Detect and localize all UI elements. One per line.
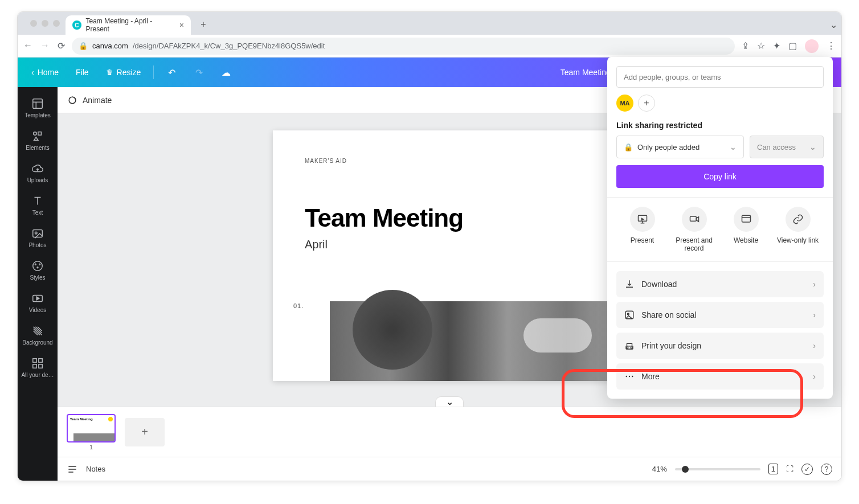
share-list-social[interactable]: Share on social› <box>616 302 824 328</box>
extensions-icon[interactable]: ✦ <box>773 40 780 51</box>
svg-point-1 <box>34 132 36 136</box>
add-page-button[interactable]: + <box>125 418 165 446</box>
chevron-down-icon: ⌄ <box>730 142 737 151</box>
profile-avatar-icon[interactable] <box>805 39 819 53</box>
add-member-icon[interactable]: + <box>638 95 655 112</box>
record-icon <box>689 214 700 225</box>
left-sidebar: Templates Elements Uploads Text Photos S… <box>18 87 58 481</box>
notes-icon <box>67 464 78 475</box>
website-icon <box>741 214 752 225</box>
share-list-label: More <box>641 372 660 381</box>
download-icon <box>624 279 635 289</box>
presentation-icon <box>637 214 648 225</box>
new-tab-button[interactable]: + <box>195 17 211 32</box>
minimize-window-icon[interactable] <box>42 20 48 27</box>
copy-link-button[interactable]: Copy link <box>616 165 824 188</box>
star-icon[interactable]: ☆ <box>757 40 765 51</box>
home-button[interactable]: ‹Home <box>27 64 63 80</box>
reload-icon[interactable]: ⟳ <box>58 40 65 51</box>
svg-rect-7 <box>33 359 36 362</box>
url-path: /design/DAFAkZPK4_k/Cw_3g_PQE9ENbz4l8GQS… <box>133 42 325 50</box>
fullscreen-icon[interactable]: ⛶ <box>786 465 793 473</box>
sidebar-item-label: Styles <box>30 274 45 281</box>
help-icon[interactable]: ? <box>821 464 832 475</box>
share-action-present[interactable]: Present <box>620 207 665 252</box>
social-icon <box>624 310 635 320</box>
sidebar-item-videos[interactable]: Videos <box>18 286 58 319</box>
sidebar-item-templates[interactable]: Templates <box>18 92 58 124</box>
sidebar-item-uploads[interactable]: Uploads <box>18 157 58 189</box>
share-list-download[interactable]: Download› <box>616 271 824 297</box>
browser-tab[interactable]: C Team Meeting - April - Present × <box>66 15 191 35</box>
svg-rect-0 <box>33 99 43 109</box>
svg-rect-2 <box>38 132 42 136</box>
resize-button[interactable]: ♛Resize <box>101 64 146 80</box>
check-icon[interactable]: ✓ <box>801 464 813 475</box>
kebab-menu-icon[interactable]: ⋮ <box>827 40 836 51</box>
url-box[interactable]: 🔒 canva.com/design/DAFAkZPK4_k/Cw_3g_PQE… <box>72 38 735 55</box>
sidebar-item-label: All your de… <box>21 372 54 378</box>
back-icon[interactable]: ← <box>23 40 32 51</box>
sidebar-item-background[interactable]: Background <box>18 319 58 351</box>
sidebar-item-elements[interactable]: Elements <box>18 124 58 157</box>
resize-label: Resize <box>117 68 141 77</box>
file-menu[interactable]: File <box>71 64 93 80</box>
share-page-icon[interactable]: ⇪ <box>742 40 749 51</box>
svg-point-21 <box>629 376 630 377</box>
url-host: canva.com <box>92 42 128 50</box>
svg-point-19 <box>631 347 632 349</box>
zoom-value: 41% <box>652 465 667 473</box>
share-action-label: Website <box>734 236 758 244</box>
zoom-slider[interactable] <box>675 468 760 470</box>
member-avatar[interactable]: MA <box>616 95 633 112</box>
share-action-website[interactable]: Website <box>723 207 769 252</box>
chevron-down-icon: ⌄ <box>446 396 453 407</box>
collapse-strip-button[interactable]: ⌄ <box>435 396 464 407</box>
slide-subtitle[interactable]: April <box>305 238 594 251</box>
chevron-right-icon: › <box>813 310 816 319</box>
share-action-grid: Present Present and record Website View-… <box>616 207 824 252</box>
sidebar-item-photos[interactable]: Photos <box>18 222 58 254</box>
sidebar-item-all-designs[interactable]: All your de… <box>18 351 58 384</box>
share-action-view-link[interactable]: View-only link <box>775 207 821 252</box>
undo-button[interactable]: ↶ <box>162 63 181 82</box>
animate-button[interactable]: Animate <box>83 96 112 105</box>
share-action-present-record[interactable]: Present and record <box>672 207 717 252</box>
maximize-window-icon[interactable] <box>53 20 60 27</box>
svg-rect-8 <box>39 359 42 362</box>
redo-button[interactable]: ↷ <box>189 63 208 82</box>
page-indicator[interactable]: 1 <box>768 464 778 474</box>
window-controls[interactable] <box>24 12 66 35</box>
sidebar-item-label: Videos <box>29 307 46 313</box>
share-list-more[interactable]: More› <box>616 363 824 390</box>
svg-point-22 <box>632 376 633 377</box>
sidebar-item-text[interactable]: Text <box>18 189 58 222</box>
forward-icon[interactable]: → <box>40 40 50 51</box>
slide[interactable]: MAKER'S AID Team Meeting April 01. <box>273 130 626 381</box>
svg-point-20 <box>626 376 627 377</box>
chevron-right-icon: › <box>813 372 816 381</box>
link-icon <box>792 214 804 225</box>
home-label: Home <box>38 68 59 77</box>
svg-rect-10 <box>39 364 42 368</box>
canva-favicon-icon: C <box>72 21 81 30</box>
add-people-input[interactable] <box>616 66 824 88</box>
close-window-icon[interactable] <box>30 20 37 27</box>
cloud-sync-icon[interactable]: ☁ <box>216 63 236 82</box>
access-role-select[interactable]: Can access ⌄ <box>750 136 824 158</box>
access-scope-select[interactable]: 🔒Only people added ⌄ <box>616 136 744 158</box>
tabs-dropdown-icon[interactable]: ⌄ <box>825 17 841 32</box>
close-tab-icon[interactable]: × <box>179 21 184 30</box>
side-panel-icon[interactable]: ▢ <box>788 40 797 51</box>
lock-icon: 🔒 <box>624 143 633 151</box>
svg-rect-9 <box>33 364 36 368</box>
notes-button[interactable]: Notes <box>86 465 105 473</box>
svg-point-4 <box>35 232 37 234</box>
share-action-label: View-only link <box>777 236 819 244</box>
slide-photo[interactable] <box>330 301 626 381</box>
share-list-print[interactable]: Print your design› <box>616 333 824 359</box>
sidebar-item-styles[interactable]: Styles <box>18 254 58 286</box>
chevron-left-icon: ‹ <box>31 68 34 77</box>
slide-title[interactable]: Team Meeting <box>305 204 594 232</box>
thumb-page-1[interactable]: Team Meeting 1 <box>67 414 116 450</box>
